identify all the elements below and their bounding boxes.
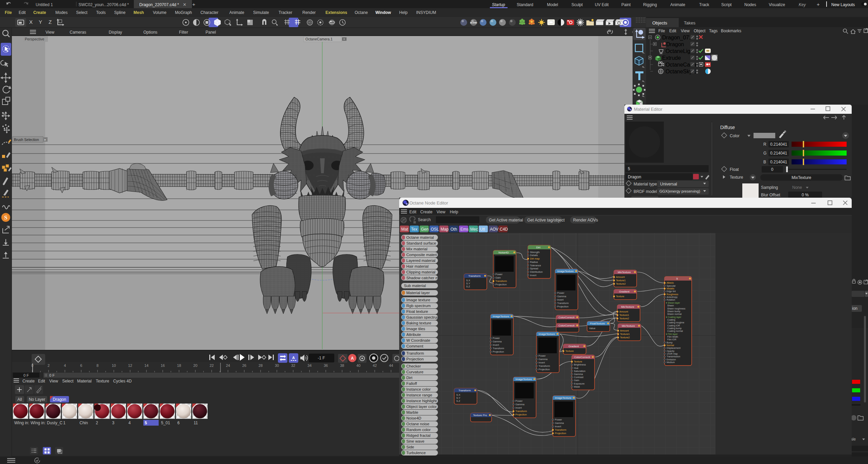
svg-text:Blur Offset: Blur Offset	[761, 193, 780, 197]
svg-text:Float: Float	[730, 167, 739, 172]
svg-text:ColorCorrecti: ColorCorrecti	[559, 316, 574, 319]
svg-text:2: 2	[48, 363, 50, 368]
svg-text:Sheen roughness: Sheen roughness	[667, 307, 686, 310]
svg-text:Amount: Amount	[616, 275, 625, 279]
svg-text:Transform: Transform	[468, 274, 480, 278]
svg-text:30: 30	[275, 363, 279, 368]
svg-text:Invert: Invert	[493, 343, 499, 346]
svg-text:ImageTexture: ImageTexture	[515, 378, 532, 381]
svg-text:Film IOR: Film IOR	[667, 338, 676, 341]
svg-text:Value: Value	[589, 327, 596, 330]
svg-text:Projection: Projection	[495, 283, 507, 286]
svg-text:Sampling: Sampling	[761, 185, 778, 190]
svg-text:Coating roughne: Coating roughne	[667, 321, 684, 324]
svg-text:Material Editor: Material Editor	[634, 107, 662, 112]
svg-text:Gain: Gain	[495, 276, 501, 279]
svg-text:36: 36	[324, 363, 328, 368]
svg-text:0 F: 0 F	[49, 373, 55, 377]
svg-text:0.214041: 0.214041	[770, 160, 787, 164]
svg-text:Medium: Medium	[667, 361, 675, 363]
svg-text:0: 0	[31, 363, 33, 368]
svg-text:Color: Color	[730, 133, 740, 138]
svg-text:Albedo: Albedo	[667, 282, 674, 284]
svg-text:Edit: Edit	[669, 29, 676, 33]
svg-text:6: 6	[177, 421, 180, 425]
svg-text:Invert: Invert	[515, 406, 522, 409]
svg-text:A: A	[351, 356, 354, 361]
svg-text:Power: Power	[493, 337, 500, 340]
svg-text:No Layer: No Layer	[29, 397, 46, 402]
svg-text:3: 3	[112, 421, 114, 425]
svg-text:Texture: Texture	[574, 360, 582, 363]
svg-text:BRDF model: BRDF model	[634, 189, 657, 194]
svg-text:Transmission: Transmission	[667, 355, 680, 358]
svg-text:Spread: Spread	[530, 267, 538, 270]
svg-text:Opacity: Opacity	[667, 350, 675, 353]
svg-text:MixTexture: MixTexture	[621, 305, 634, 308]
svg-text:Gamma: Gamma	[555, 422, 564, 425]
svg-text:▾ Sheen layer: ▾ Sheen layer	[666, 302, 680, 304]
svg-text:34: 34	[307, 363, 312, 368]
svg-text:R: R	[763, 142, 766, 147]
svg-text:Edit: Edit	[38, 379, 45, 383]
svg-text:View: View	[49, 379, 58, 383]
svg-text:Details: Details	[530, 254, 538, 257]
svg-text:Edge tint: Edge tint	[667, 290, 676, 293]
svg-text:Transform: Transform	[458, 389, 471, 392]
svg-text:14: 14	[144, 363, 148, 368]
svg-text:Texture1: Texture1	[619, 314, 629, 317]
svg-text:0 %: 0 %	[802, 193, 809, 197]
svg-text:Gamma: Gamma	[538, 358, 548, 361]
svg-text:S.X: S.X	[456, 393, 460, 396]
svg-text:G: G	[763, 151, 766, 156]
svg-text:28: 28	[259, 363, 263, 368]
svg-text:OctaneCamera.1: OctaneCamera.1	[305, 37, 333, 41]
svg-text:Texture1: Texture1	[620, 333, 630, 336]
svg-text:Select: Select	[62, 379, 74, 383]
svg-text:Mask: Mask	[574, 385, 580, 388]
svg-text:42: 42	[373, 363, 377, 368]
svg-text:MixTexture: MixTexture	[618, 271, 631, 274]
svg-text:Bookmarks: Bookmarks	[721, 29, 741, 33]
svg-text:Projection: Projection	[515, 413, 527, 416]
svg-text:Dragon: Dragon	[628, 175, 641, 179]
svg-text:Projection: Projection	[555, 432, 566, 435]
svg-text:Projection: Projection	[538, 368, 550, 371]
svg-text:Texture2: Texture2	[619, 317, 629, 320]
svg-text:B: B	[763, 160, 766, 164]
svg-text:2: 2	[96, 421, 98, 425]
svg-text:Dirt map: Dirt map	[530, 257, 539, 260]
svg-text:12: 12	[128, 363, 132, 368]
svg-text:Film Width: Film Width	[667, 336, 678, 338]
svg-text:MixTexture: MixTexture	[622, 324, 635, 327]
svg-text:Projection: Projection	[557, 305, 568, 308]
svg-text:ImageTexture: ImageTexture	[557, 270, 574, 273]
svg-text:0.214041: 0.214041	[770, 151, 787, 156]
svg-text:Roughness: Roughness	[667, 293, 678, 296]
svg-text:Power: Power	[538, 354, 546, 357]
svg-text:Metallic: Metallic	[667, 287, 675, 290]
svg-text:Hue: Hue	[574, 367, 579, 370]
svg-text:Specular: Specular	[667, 285, 676, 287]
svg-text:Dusty_C: Dusty_C	[47, 421, 63, 425]
svg-text:Brightness: Brightness	[574, 363, 586, 366]
svg-text:▾ Coating layer: ▾ Coating layer	[666, 316, 681, 319]
svg-text:S.Y: S.Y	[466, 282, 470, 285]
svg-text:4: 4	[64, 363, 66, 368]
svg-text:Sheen bump: Sheen bump	[667, 310, 680, 313]
svg-text:Texture1: Texture1	[616, 279, 626, 282]
svg-text:Invert: Invert	[530, 274, 537, 277]
svg-text:Rotation: Rotation	[667, 299, 675, 301]
svg-text:Tags: Tags	[709, 29, 718, 33]
svg-text:S.Z: S.Z	[456, 399, 460, 403]
svg-text:5: 5	[145, 421, 147, 425]
svg-text:S: S	[4, 214, 7, 221]
svg-text:ColorCorrecti: ColorCorrecti	[559, 324, 574, 327]
svg-text:ColorCorrecti: ColorCorrecti	[574, 356, 590, 359]
svg-text:Coating bump: Coating bump	[667, 327, 682, 330]
svg-text:Coating normal: Coating normal	[667, 330, 683, 333]
svg-text:Universal: Universal	[660, 182, 677, 186]
svg-text:WIng in:: WIng in:	[31, 421, 46, 425]
svg-text:Sheen normal: Sheen normal	[667, 313, 682, 315]
svg-text:▾ Film layer: ▾ Film layer	[666, 333, 678, 336]
